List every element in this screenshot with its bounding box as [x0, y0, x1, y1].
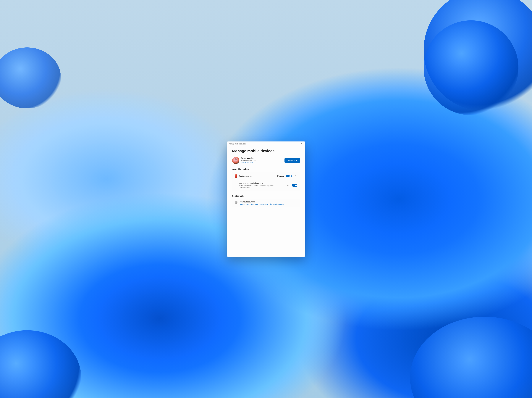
- my-devices-label: My mobile devices: [232, 168, 300, 170]
- device-setting-description: Make this device's camera available to a…: [239, 184, 276, 189]
- device-card: Susie's Android Enabled Use as a connect…: [232, 172, 300, 191]
- window-title: Manage mobile devices: [229, 143, 298, 145]
- privacy-title: Privacy resources: [240, 201, 297, 203]
- close-button[interactable]: [298, 142, 305, 146]
- link-separator: |: [269, 203, 269, 205]
- device-setting-row: Use as a connected camera Make this devi…: [232, 180, 300, 191]
- account-row: Susie Mendez susie@outlook.com Switch ac…: [232, 157, 300, 164]
- device-row[interactable]: Susie's Android Enabled: [232, 172, 300, 180]
- privacy-text: Privacy resources About these settings a…: [240, 201, 297, 205]
- manage-mobile-devices-window: Manage mobile devices Manage mobile devi…: [227, 141, 305, 257]
- close-icon: [301, 143, 303, 145]
- account-email: susie@outlook.com: [241, 159, 283, 162]
- add-device-button[interactable]: Add device: [285, 158, 300, 163]
- device-enabled-toggle[interactable]: [286, 175, 292, 177]
- shield-icon: [235, 201, 238, 204]
- account-name: Susie Mendez: [241, 157, 283, 160]
- privacy-statement-link[interactable]: Privacy Statement: [270, 203, 284, 205]
- page-title: Manage mobile devices: [232, 149, 300, 153]
- collapse-device-button[interactable]: [294, 174, 297, 178]
- connected-camera-toggle[interactable]: [292, 184, 297, 187]
- dialog-content: Manage mobile devices Susie Mendez susie…: [227, 146, 305, 257]
- phone-icon: [235, 174, 237, 178]
- device-setting-text: Use as a connected camera Make this devi…: [239, 182, 285, 189]
- device-setting-title: Use as a connected camera: [239, 182, 285, 184]
- about-settings-privacy-link[interactable]: About these settings and your privacy: [240, 203, 268, 205]
- related-links-label: Related Links: [232, 195, 300, 197]
- chevron-up-icon: [295, 175, 296, 177]
- privacy-row: Privacy resources About these settings a…: [232, 199, 300, 207]
- titlebar: Manage mobile devices: [227, 141, 305, 146]
- device-name: Susie's Android: [239, 175, 276, 177]
- related-links-card: Privacy resources About these settings a…: [232, 199, 300, 207]
- device-status-label: Enabled: [277, 175, 284, 177]
- account-text: Susie Mendez susie@outlook.com Switch ac…: [241, 157, 283, 164]
- switch-account-link[interactable]: Switch account: [241, 162, 283, 164]
- avatar: [232, 157, 239, 164]
- privacy-links: About these settings and your privacy | …: [240, 203, 297, 205]
- device-setting-status-label: On: [287, 184, 290, 186]
